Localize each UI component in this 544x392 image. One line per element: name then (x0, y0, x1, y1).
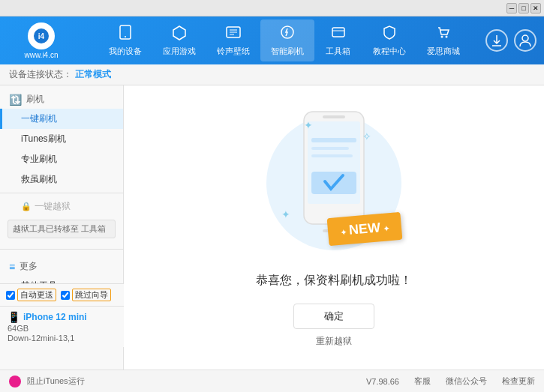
nav-label-apps: 应用游戏 (163, 46, 196, 57)
sidebar-locked-jailbreak: 🔒 一键越狱 (0, 196, 123, 217)
device-info: 📱 iPhone 12 mini 64GB Down-12mini-13,1 (0, 307, 124, 347)
svg-rect-22 (311, 172, 356, 194)
nav-right-area (485, 29, 536, 52)
nav-label-tutorials: 教程中心 (373, 46, 406, 57)
onekey-label: 一键刷机 (21, 113, 57, 124)
phone-illustration: ✦ ✧ ✦ (259, 108, 409, 258)
nav-item-devices[interactable]: 我的设备 (98, 19, 152, 61)
more-group-icon: ≡ (9, 261, 15, 273)
sidebar-section-flash: 🔃 刷机 一键刷机 iTunes刷机 专业刷机 救虽刷机 🔒 (0, 85, 123, 246)
confirm-button[interactable]: 确定 (293, 304, 374, 329)
status-value: 正常模式 (75, 68, 111, 81)
sidebar-group-more[interactable]: ≡ 更多 (0, 257, 123, 276)
flash-icon (279, 24, 296, 44)
svg-point-11 (440, 36, 443, 38)
svg-rect-19 (311, 138, 356, 142)
info-box-text: 越狱工具已转移至 工具箱 (13, 224, 106, 233)
close-button[interactable]: ✕ (530, 3, 541, 13)
nav-item-flash[interactable]: 智能刷机 (260, 19, 314, 61)
checkbox-auto[interactable]: 自动更送 (6, 289, 56, 301)
nav-label-tools: 工具箱 (326, 46, 350, 57)
svg-point-12 (445, 36, 447, 38)
svg-rect-18 (323, 115, 345, 118)
itunes-label: iTunes刷机 (21, 133, 66, 144)
new-badge: NEW (327, 211, 403, 245)
svg-rect-21 (311, 154, 353, 157)
sidebar-info-box: 越狱工具已转移至 工具箱 (8, 220, 116, 238)
rejailbreak-link[interactable]: 重新越狱 (316, 335, 352, 348)
sidebar-divider-1 (0, 193, 123, 193)
device-storage: 64GB (8, 324, 116, 333)
device-phone-icon: 📱 (8, 311, 20, 323)
skip-checkbox[interactable] (61, 291, 70, 300)
sparkle-3: ✦ (281, 208, 290, 220)
nav-item-shop[interactable]: 爱思商城 (416, 19, 470, 61)
nav-item-tutorials[interactable]: 教程中心 (362, 19, 416, 61)
locked-label: 一键越狱 (35, 200, 71, 213)
svg-point-3 (125, 36, 126, 37)
device-version: Down-12mini-13,1 (8, 334, 116, 343)
device-name: 📱 iPhone 12 mini (8, 311, 116, 323)
content-area: ✦ ✧ ✦ (124, 85, 544, 370)
svg-point-14 (522, 35, 528, 41)
sidebar-item-onekey[interactable]: 一键刷机 (0, 109, 123, 129)
user-icon[interactable] (514, 29, 536, 52)
device-checkboxes: 自动更送 跳过向导 (0, 284, 124, 307)
tutorials-icon (381, 24, 398, 44)
rescue-label: 救虽刷机 (21, 174, 57, 184)
nav-item-apps[interactable]: 应用游戏 (152, 19, 206, 61)
svg-rect-9 (332, 28, 344, 37)
flash-group-icon: 🔃 (9, 94, 22, 106)
svg-rect-20 (311, 147, 349, 150)
title-bar: ─ □ ✕ (0, 0, 544, 16)
nav-items: 我的设备 应用游戏 铃声壁纸 (83, 19, 485, 61)
nav-label-flash: 智能刷机 (271, 46, 304, 57)
svg-text:i4: i4 (38, 32, 45, 40)
nav-item-tools[interactable]: 工具箱 (314, 19, 362, 61)
device-name-text: iPhone 12 mini (23, 312, 87, 322)
update-link[interactable]: 检查更新 (502, 376, 535, 387)
flash-group-label: 刷机 (26, 93, 44, 106)
sidebar-divider-2 (0, 249, 123, 250)
device-area: 自动更送 跳过向导 📱 iPhone 12 mini 64GB Down-12m… (0, 283, 124, 347)
sidebar-item-pro[interactable]: 专业刷机 (0, 149, 123, 169)
logo-icon: i4 (28, 22, 55, 49)
window-controls: ─ □ ✕ (506, 3, 541, 13)
devices-icon (117, 24, 134, 44)
minimize-button[interactable]: ─ (506, 3, 517, 13)
checkbox-skip[interactable]: 跳过向导 (61, 289, 111, 301)
apps-icon (171, 24, 188, 44)
nav-label-shop: 爱思商城 (427, 46, 460, 57)
tools-icon (330, 24, 347, 44)
logo-subtitle: www.i4.cn (24, 51, 58, 59)
download-icon[interactable] (485, 29, 508, 52)
status-label: 设备连接状态： (9, 68, 72, 81)
skip-label: 跳过向导 (72, 289, 111, 301)
support-link[interactable]: 客服 (414, 376, 431, 387)
auto-checkbox[interactable] (6, 291, 15, 300)
itunes-icon (9, 376, 21, 388)
itunes-label: 阻止iTunes运行 (27, 376, 85, 387)
status-bar: 设备连接状态： 正常模式 (0, 64, 544, 85)
shop-icon (435, 24, 452, 44)
sparkle-1: ✦ (304, 119, 313, 131)
more-group-label: 更多 (20, 260, 38, 273)
pro-label: 专业刷机 (21, 154, 57, 164)
logo-area: i4 www.i4.cn (8, 22, 75, 59)
sidebar-item-itunes[interactable]: iTunes刷机 (0, 129, 123, 149)
header: i4 www.i4.cn 我的设备 应用游戏 (0, 16, 544, 64)
ringtones-icon (225, 24, 242, 44)
bottom-right: V7.98.66 客服 微信公众号 检查更新 (366, 376, 535, 387)
version-text: V7.98.66 (366, 377, 399, 386)
wechat-link[interactable]: 微信公众号 (446, 376, 487, 387)
bottom-bar: 阻止iTunes运行 V7.98.66 客服 微信公众号 检查更新 (0, 370, 544, 392)
sidebar-item-rescue[interactable]: 救虽刷机 (0, 169, 123, 190)
auto-label: 自动更送 (17, 289, 56, 301)
nav-label-ringtones: 铃声壁纸 (217, 46, 250, 57)
success-text: 恭喜您，保资料刷机成功啦！ (256, 273, 412, 289)
maximize-button[interactable]: □ (518, 3, 529, 13)
nav-item-ringtones[interactable]: 铃声壁纸 (206, 19, 260, 61)
sidebar-group-flash[interactable]: 🔃 刷机 (0, 90, 123, 109)
sparkle-2: ✧ (362, 130, 371, 142)
bottom-left: 阻止iTunes运行 (9, 376, 85, 388)
